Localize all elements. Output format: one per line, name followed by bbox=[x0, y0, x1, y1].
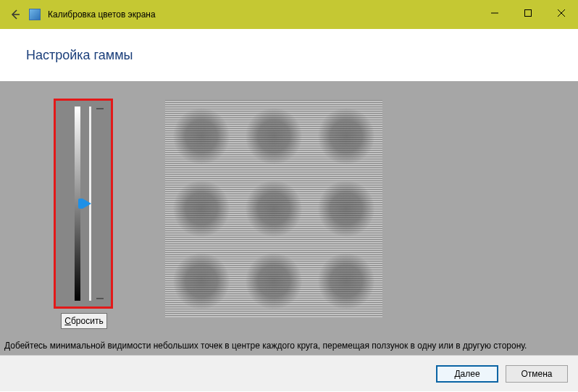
gamma-dot bbox=[165, 100, 238, 172]
wizard-footer: Далее Отмена bbox=[0, 355, 578, 391]
gamma-slider[interactable] bbox=[88, 107, 92, 301]
reset-button-label: Сбросить bbox=[64, 316, 103, 326]
gamma-test-grid bbox=[165, 100, 382, 317]
next-button[interactable]: Далее bbox=[436, 365, 498, 383]
maximize-button[interactable] bbox=[511, 1, 545, 25]
window-controls bbox=[478, 4, 578, 25]
back-icon[interactable] bbox=[9, 8, 22, 21]
gamma-dot bbox=[238, 245, 310, 317]
svg-rect-1 bbox=[525, 10, 532, 17]
page-title: Настройка гаммы bbox=[26, 48, 578, 63]
window-title: Калибровка цветов экрана bbox=[48, 9, 156, 20]
gamma-dot bbox=[238, 172, 310, 245]
minimize-button[interactable] bbox=[478, 1, 511, 25]
gamma-dot bbox=[165, 245, 238, 317]
page-header: Настройка гаммы bbox=[0, 29, 578, 81]
instruction-text: Добейтесь минимальной видимости небольши… bbox=[4, 341, 574, 351]
gamma-dot bbox=[165, 172, 238, 245]
close-button[interactable] bbox=[545, 1, 578, 25]
gamma-panel: Сбросить Добейтесь минимальной видимости… bbox=[0, 81, 578, 355]
next-button-label: Далее bbox=[454, 369, 479, 379]
app-icon bbox=[29, 9, 41, 20]
gamma-dot bbox=[310, 172, 382, 245]
cancel-button[interactable]: Отмена bbox=[506, 365, 568, 383]
gamma-dot bbox=[238, 100, 310, 172]
titlebar: Калибровка цветов экрана bbox=[0, 0, 578, 29]
cancel-button-label: Отмена bbox=[521, 369, 552, 379]
gamma-dot bbox=[310, 245, 382, 317]
reset-button[interactable]: Сбросить bbox=[61, 313, 107, 329]
gamma-slider-box bbox=[54, 99, 113, 309]
gamma-dot bbox=[310, 100, 382, 172]
